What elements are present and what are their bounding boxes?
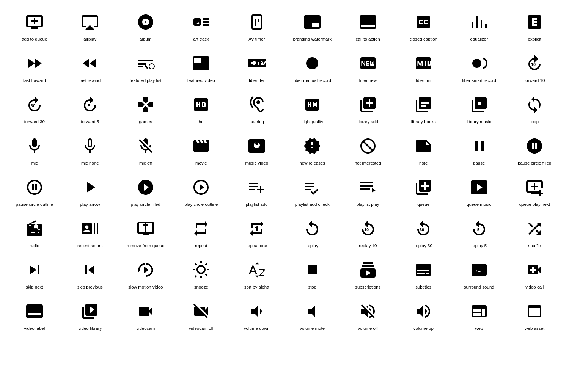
icon-closed-caption: closed caption	[397, 8, 451, 45]
icon-subscriptions: subscriptions	[341, 256, 395, 293]
icon-queue-music: queue music	[452, 173, 506, 210]
icon-repeat-one: repeat one	[230, 214, 284, 252]
icon-web: web	[452, 297, 506, 334]
icon-forward-10: 10 forward 10	[508, 49, 562, 86]
icon-airplay: airplay	[63, 8, 117, 45]
icon-queue-play-next: queue play next	[508, 173, 562, 210]
icon-fiber-new: fiber new	[341, 49, 395, 86]
icon-shuffle: shuffle	[508, 214, 562, 252]
icon-repeat: repeat	[174, 214, 228, 252]
icon-mic: mic	[8, 132, 61, 169]
icon-video-call: video call	[508, 256, 562, 293]
icon-branding-watermark: branding watermark	[286, 8, 340, 45]
icon-featured-play-list: featured play list	[119, 49, 173, 86]
icon-volume-down: volume down	[230, 297, 284, 334]
icon-grid: add to queue airplay album art track AV …	[8, 8, 561, 334]
icon-sort-by-alpha: sort by alpha	[230, 256, 284, 293]
icon-fast-rewind: fast rewind	[63, 49, 117, 86]
icon-skip-next: skip next	[8, 256, 61, 293]
icon-pause: pause	[452, 132, 506, 169]
icon-remove-from-queue: remove from queue	[119, 214, 173, 252]
icon-pause-circle-outline: pause circle outline	[8, 173, 61, 210]
svg-text:30: 30	[420, 227, 424, 232]
icon-library-books: library books	[397, 90, 451, 128]
icon-volume-up: volume up	[397, 297, 451, 334]
icon-games: games	[119, 90, 173, 128]
icon-playlist-add: playlist add	[230, 173, 284, 210]
icon-art-track: art track	[174, 8, 228, 45]
icon-call-to-action: call to action	[341, 8, 395, 45]
icon-play-circle-filled: play circle filled	[119, 173, 173, 210]
icon-recent-actors: recent actors	[63, 214, 117, 252]
icon-replay-10: 10 replay 10	[341, 214, 395, 252]
icon-snooze: snooze	[174, 256, 228, 293]
svg-text:10: 10	[364, 227, 369, 232]
icon-music-video: music video	[230, 132, 284, 169]
icon-play-arrow: play arrow	[63, 173, 117, 210]
icon-not-interested: not interested	[341, 132, 395, 169]
svg-text:30: 30	[31, 103, 35, 108]
icon-replay-30: 30 replay 30	[397, 214, 451, 252]
icon-forward-30: 30 forward 30	[8, 90, 61, 128]
icon-explicit: explicit	[508, 8, 562, 45]
icon-fiber-dvr: fiber dvr	[230, 49, 284, 86]
icon-videocam-off: videocam off	[174, 297, 228, 334]
icon-video-label: video label	[8, 297, 61, 334]
icon-surround-sound: surround sound	[452, 256, 506, 293]
icon-loop: loop	[508, 90, 562, 128]
icon-av-timer: AV timer	[230, 8, 284, 45]
icon-play-circle-outline: play circle outline	[174, 173, 228, 210]
icon-movie: movie	[174, 132, 228, 169]
svg-point-8	[478, 268, 480, 270]
icon-replay: replay	[286, 214, 340, 252]
icon-replay-5: 5 replay 5	[452, 214, 506, 252]
icon-high-quality: high quality	[286, 90, 340, 128]
icon-featured-video: featured video	[174, 49, 228, 86]
icon-fiber-smart-record: fiber smart record	[452, 49, 506, 86]
icon-pause-circle-filled: pause circle filled	[508, 132, 562, 169]
icon-forward-5: 5 forward 5	[63, 90, 117, 128]
icon-volume-mute: volume mute	[286, 297, 340, 334]
icon-library-add: library add	[341, 90, 395, 128]
icon-volume-off: volume off	[341, 297, 395, 334]
icon-slow-motion-video: slow motion video	[119, 256, 173, 293]
svg-text:10: 10	[531, 62, 536, 67]
icon-album: album	[119, 8, 173, 45]
icon-video-library: video library	[63, 297, 117, 334]
icon-playlist-add-check: playlist add check	[286, 173, 340, 210]
icon-library-music: library music	[452, 90, 506, 128]
svg-point-1	[472, 59, 481, 68]
icon-mic-none: mic none	[63, 132, 117, 169]
icon-mic-off: mic off	[119, 132, 173, 169]
icon-fiber-manual-record: fiber manual record	[286, 49, 340, 86]
icon-stop: stop	[286, 256, 340, 293]
icon-skip-previous: skip previous	[63, 256, 117, 293]
icon-hearing: hearing	[230, 90, 284, 128]
icon-playlist-play: playlist play	[341, 173, 395, 210]
icon-fiber-pin: fiber pin	[397, 49, 451, 86]
svg-point-0	[306, 57, 318, 69]
icon-new-releases: new releases	[286, 132, 340, 169]
icon-equalizer: equalizer	[452, 8, 506, 45]
icon-hd: hd	[174, 90, 228, 128]
icon-radio: radio	[8, 214, 61, 252]
icon-queue: queue	[397, 173, 451, 210]
icon-fast-forward: fast forward	[8, 49, 61, 86]
icon-note: note	[397, 132, 451, 169]
icon-videocam: videocam	[119, 297, 173, 334]
icon-web-asset: web asset	[508, 297, 562, 334]
svg-text:5: 5	[88, 103, 90, 108]
icon-add-to-queue: add to queue	[8, 8, 61, 45]
icon-subtitles: subtitles	[397, 256, 451, 293]
svg-text:5: 5	[477, 227, 479, 232]
